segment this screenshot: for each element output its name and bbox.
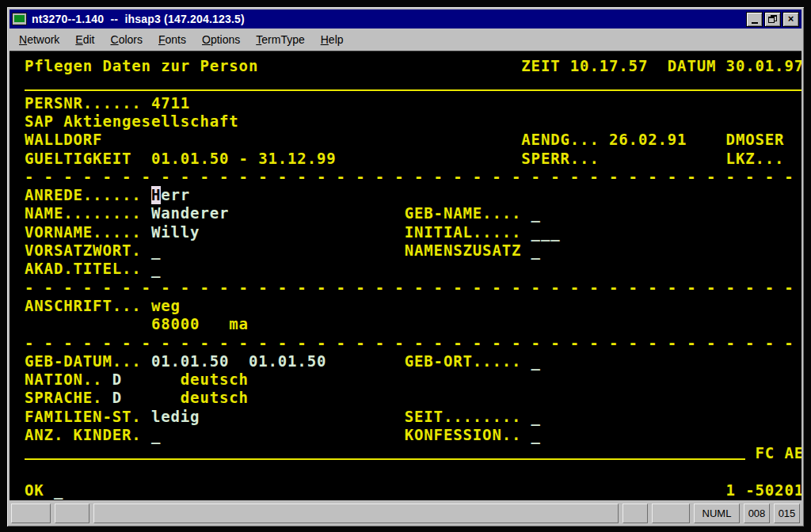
status-panel: [623, 504, 648, 523]
terminal-text: VORNAME.....: [25, 223, 142, 241]
terminal-row: VORNAME.....WillyINITIAL.....___: [25, 223, 801, 241]
terminal-text: DATUM 30.01.97: [668, 57, 801, 75]
input-field[interactable]: _: [54, 481, 63, 500]
menu-item-fonts[interactable]: Fonts: [150, 31, 194, 48]
input-field[interactable]: Wanderer: [151, 204, 229, 222]
terminal-row: ANZ. KINDER._KONFESSION.._: [25, 426, 801, 444]
terminal-row: [25, 75, 801, 93]
terminal-text: NAMENSZUSATZ: [405, 241, 522, 260]
text-cursor[interactable]: H: [151, 186, 161, 204]
restore-icon: [768, 15, 777, 23]
input-field[interactable]: D: [112, 370, 122, 389]
input-field[interactable]: D: [112, 389, 122, 407]
status-panel: [55, 504, 89, 523]
terminal-text: - - - - - - - - - - - - - - - - - - - - …: [25, 334, 794, 352]
terminal-row: ANSCHRIFT...weg: [25, 297, 801, 315]
terminal-text: SEIT........: [405, 408, 522, 426]
terminal-row: NAME........WandererGEB-NAME...._: [25, 204, 801, 222]
minimize-button[interactable]: [746, 12, 763, 27]
terminal-text: INITIAL.....: [405, 223, 522, 241]
terminal-text: AKAD.TITEL..: [25, 260, 142, 278]
terminal-text: GEB-DATUM...: [25, 352, 142, 370]
terminal-row: PERSNR...... 4711: [25, 94, 801, 112]
terminal-row: VORSATZWORT._NAMENSZUSATZ_: [25, 241, 801, 260]
input-field[interactable]: _: [531, 241, 541, 260]
menu-item-help[interactable]: Help: [313, 31, 352, 48]
terminal-row: [25, 463, 801, 481]
terminal-text: WALLDORF: [25, 131, 102, 149]
input-field[interactable]: _: [531, 426, 541, 444]
terminal-text: ANZ. KINDER.: [25, 426, 142, 444]
status-panel: [11, 504, 51, 523]
input-field[interactable]: Willy: [151, 223, 200, 241]
terminal-text: Pflegen Daten zur Person: [25, 57, 258, 75]
terminal-text: NATION..: [25, 370, 102, 389]
terminal-row: OK_1 -50201: [25, 481, 801, 500]
terminal-app-icon: [12, 13, 27, 25]
terminal-text: deutsch: [181, 389, 249, 407]
terminal-text: GUELTIGKEIT 01.01.50 - 31.12.99: [25, 150, 337, 168]
terminal-text: deutsch: [181, 370, 249, 389]
terminal-text: AENDG... 26.02.91: [521, 131, 687, 149]
terminal-text: SAP Aktiengesellschaft: [25, 112, 239, 131]
menu-bar: NetworkEditColorsFontsOptionsTermTypeHel…: [10, 28, 801, 51]
terminal-row: AKAD.TITEL.._: [25, 260, 801, 278]
terminal-text: SPERR...: [521, 150, 599, 168]
app-window: nt3270--1.140 -- ihsap3 (147.204.123.5) …: [6, 6, 805, 527]
terminal-row: - - - - - - - - - - - - - - - - - - - - …: [25, 168, 801, 186]
input-field[interactable]: _: [531, 204, 541, 222]
terminal-row: GUELTIGKEIT 01.01.50 - 31.12.99SPERR...L…: [25, 150, 801, 168]
terminal-row: Pflegen Daten zur PersonZEIT 10.17.57DAT…: [25, 57, 801, 75]
input-field[interactable]: ___: [531, 223, 561, 241]
separator-line: [25, 89, 801, 91]
terminal-text: NAME........: [25, 204, 142, 222]
separator-line: [25, 458, 745, 460]
input-field[interactable]: err: [161, 186, 190, 204]
input-field[interactable]: 01.01.50 01.01.50: [151, 352, 326, 370]
terminal-text: GEB-NAME....: [405, 204, 522, 222]
input-field[interactable]: _: [531, 408, 541, 426]
minimize-icon: [752, 22, 758, 24]
menu-item-network[interactable]: Network: [11, 31, 67, 48]
input-field[interactable]: _: [151, 260, 161, 278]
terminal-row: SPRACHE.Ddeutsch: [25, 389, 801, 407]
terminal-text: SPRACHE.: [25, 389, 102, 407]
cursor-row-indicator: 008: [744, 504, 770, 523]
input-field[interactable]: _: [151, 426, 161, 444]
terminal-text: DMOSER: [726, 131, 785, 149]
input-field[interactable]: _: [531, 352, 541, 370]
input-field[interactable]: ledig: [151, 408, 200, 426]
terminal-text: LKZ...: [726, 150, 785, 168]
terminal-row: - - - - - - - - - - - - - - - - - - - - …: [25, 334, 801, 352]
terminal-text: ANREDE......: [25, 186, 142, 204]
terminal-text: 1 -50201: [726, 481, 801, 500]
menu-item-colors[interactable]: Colors: [103, 31, 150, 48]
terminal-row: GEB-DATUM...01.01.50 01.01.50GEB-ORT....…: [25, 352, 801, 370]
menu-item-termtype[interactable]: TermType: [248, 31, 312, 48]
terminal-row: 68000 ma: [25, 315, 801, 333]
terminal-row: FC AE: [25, 444, 801, 462]
close-icon: ×: [788, 13, 794, 24]
terminal-screen[interactable]: Pflegen Daten zur PersonZEIT 10.17.57DAT…: [10, 51, 801, 500]
terminal-text: weg: [151, 297, 181, 315]
title-bar[interactable]: nt3270--1.140 -- ihsap3 (147.204.123.5) …: [10, 10, 801, 28]
menu-item-edit[interactable]: Edit: [67, 31, 102, 48]
terminal-row: - - - - - - - - - - - - - - - - - - - - …: [25, 279, 801, 297]
window-title: nt3270--1.140 -- ihsap3 (147.204.123.5): [32, 13, 245, 25]
menu-item-options[interactable]: Options: [194, 31, 248, 48]
terminal-row: WALLDORFAENDG... 26.02.91DMOSER: [25, 131, 801, 149]
close-button[interactable]: ×: [782, 12, 799, 27]
terminal-text: ZEIT 10.17.57: [521, 57, 648, 75]
terminal-text: KONFESSION..: [405, 426, 522, 444]
numlock-indicator: NUML: [694, 504, 740, 523]
terminal-text: VORSATZWORT.: [25, 241, 142, 260]
status-bar: NUML 008 015: [10, 503, 801, 524]
status-message-panel: [93, 504, 619, 523]
terminal-text: FAMILIEN-ST.: [25, 408, 142, 426]
cursor-column-indicator: 015: [774, 504, 800, 523]
terminal-row: ANREDE......Herr: [25, 186, 801, 204]
terminal-text: GEB-ORT.....: [405, 352, 522, 370]
input-field[interactable]: _: [151, 241, 161, 260]
restore-button[interactable]: [764, 12, 781, 27]
window-controls: ×: [746, 12, 799, 27]
